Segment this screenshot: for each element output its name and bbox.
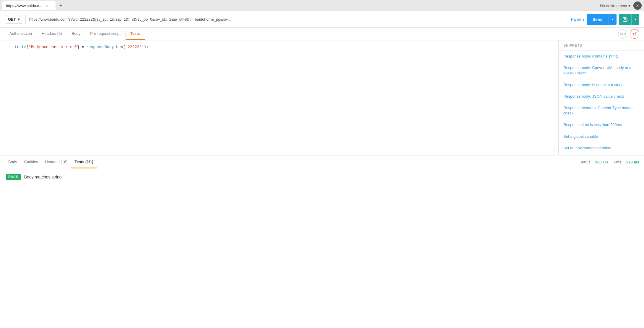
time-value: 278 ms (626, 160, 639, 164)
tab-url-label: https://www.baidu.c... (6, 4, 42, 8)
snippet-item-5[interactable]: Response headers: Content-Type header ch… (559, 102, 644, 119)
save-icon (622, 17, 628, 22)
save-dropdown-button[interactable]: ▾ (631, 14, 639, 25)
tab-icons: </> ↺ (618, 29, 639, 39)
tab-bar-right: No environment ▾ X (600, 1, 642, 10)
code-string-value: "222222" (126, 45, 144, 49)
save-button-group: ▾ (619, 14, 639, 25)
resp-tab-cookies[interactable]: Cookies (21, 156, 42, 168)
snippet-item-1[interactable]: Response body: Contains string (559, 51, 644, 62)
url-input[interactable] (25, 14, 566, 25)
browser-tab[interactable]: https://www.baidu.c... × (2, 1, 56, 10)
code-string-key: "Body matches string" (29, 45, 77, 49)
params-link[interactable]: Params (571, 17, 584, 22)
resize-handle[interactable]: ⋮ (551, 40, 558, 155)
resp-tab-tests[interactable]: Tests (1/1) (71, 156, 97, 168)
save-button[interactable] (619, 14, 631, 25)
tab-pre-request[interactable]: Pre-request script (85, 28, 125, 40)
undo-icon-button[interactable]: ↺ (630, 29, 639, 39)
main-toolbar: GET ▾ Params Send ▾ ▾ (0, 11, 644, 28)
snippets-header: SNIPPETS (559, 40, 644, 51)
code-icon-button[interactable]: </> (618, 29, 627, 39)
user-avatar[interactable]: X (633, 1, 642, 10)
send-dropdown-button[interactable]: ▾ (609, 14, 617, 25)
code-bracket-open: [ (26, 45, 29, 49)
resp-tab-headers[interactable]: Headers (16) (42, 156, 71, 168)
send-button-group: Send ▾ (587, 14, 617, 25)
line-content-1: tests["Body matches string"] = responseB… (15, 44, 551, 50)
status-value: 200 OK (595, 160, 609, 164)
code-token-tests: tests (15, 45, 26, 49)
pass-badge: PASS (6, 174, 21, 180)
tab-body[interactable]: Body (67, 28, 85, 40)
line-number-1: 1 (0, 44, 15, 50)
tab-headers[interactable]: Headers (0) (37, 28, 67, 40)
tab-close-button[interactable]: × (45, 3, 49, 8)
new-tab-button[interactable]: + (57, 1, 65, 10)
code-line-1: 1 tests["Body matches string"] = respons… (0, 44, 551, 50)
status-label: Status (580, 160, 591, 164)
editor-area: 1 tests["Body matches string"] = respons… (0, 40, 644, 155)
request-tabs: Authorization Headers (0) Body Pre-reque… (0, 28, 644, 40)
snippets-panel: SNIPPETS Response body: Contains string … (558, 40, 644, 155)
browser-tab-bar: https://www.baidu.c... × + No environmen… (0, 0, 644, 11)
snippet-item-8[interactable]: Set an environment variable (559, 142, 644, 154)
snippet-item-6[interactable]: Response time is less than 200ms (559, 119, 644, 131)
test-result-row: PASS Body matches string (0, 169, 644, 185)
code-semicolon: ); (144, 45, 149, 49)
resp-tab-body[interactable]: Body (5, 156, 21, 168)
method-label: GET (8, 17, 16, 22)
send-button[interactable]: Send (587, 14, 609, 25)
status-info: Status 200 OK Time 278 ms (580, 160, 639, 164)
env-dropdown-icon: ▾ (628, 4, 630, 8)
pass-text: Body matches string (24, 175, 62, 179)
env-label: No environment (600, 4, 627, 8)
snippet-item-2[interactable]: Response body: Convert XML body to a JSO… (559, 62, 644, 79)
code-dot-has: .has( (114, 45, 126, 49)
response-area: Body Cookies Headers (16) Tests (1/1) St… (0, 155, 644, 185)
method-dropdown-icon: ▾ (18, 17, 20, 22)
tab-authorization[interactable]: Authorization (5, 28, 37, 40)
response-tabs-bar: Body Cookies Headers (16) Tests (1/1) St… (0, 155, 644, 169)
method-dropdown[interactable]: GET ▾ (5, 15, 23, 24)
code-editor[interactable]: 1 tests["Body matches string"] = respons… (0, 40, 551, 155)
snippet-item-3[interactable]: Response body: Is equal to a string (559, 79, 644, 91)
snippet-item-4[interactable]: Response body: JSON value check (559, 91, 644, 102)
tab-tests[interactable]: Tests (126, 28, 145, 40)
environment-selector[interactable]: No environment ▾ (600, 4, 630, 8)
snippet-item-7[interactable]: Set a global variable (559, 131, 644, 142)
code-equals: = (79, 45, 86, 49)
code-token-responsebody: responseBody (86, 45, 114, 49)
time-label: Time (613, 160, 622, 164)
